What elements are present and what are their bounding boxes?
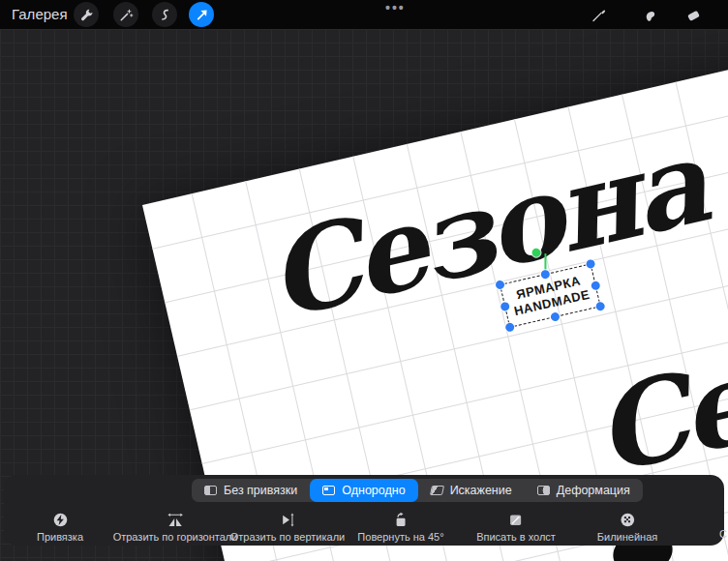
skewed-rect-icon xyxy=(430,486,444,495)
flip-horizontal-button[interactable]: Отразить по горизонтали xyxy=(113,511,238,543)
action-label: Вписать в холст xyxy=(476,531,556,543)
top-toolbar: Галерея ••• xyxy=(0,0,728,29)
flip-vertical-icon xyxy=(279,511,295,528)
eraser-icon xyxy=(685,7,702,23)
action-label: Привязка xyxy=(37,531,83,543)
brush-icon xyxy=(591,7,607,23)
flip-vertical-button[interactable]: Отразить по вертикали xyxy=(230,511,345,543)
rotate-45-icon xyxy=(392,511,409,528)
mode-label: Деформация xyxy=(557,484,630,497)
lettering-sezona-partial: Сезона xyxy=(585,280,728,490)
smudge-tool-button[interactable] xyxy=(638,3,663,26)
action-label: Билинейная xyxy=(597,531,657,543)
mode-label: Искажение xyxy=(450,484,512,497)
transform-arrow-icon xyxy=(195,8,209,22)
mode-uniform[interactable]: Однородно xyxy=(310,479,417,502)
selection-handle-mid-right[interactable] xyxy=(591,280,601,290)
lettering-sezona: Сезона xyxy=(258,125,713,336)
action-label: Повернуть на 45° xyxy=(357,531,443,543)
mode-distort[interactable]: Искажение xyxy=(418,479,525,502)
actions-wrench-button[interactable] xyxy=(74,2,99,27)
fit-canvas-button[interactable]: Вписать в холст xyxy=(476,511,556,543)
selection-handle-bottom-right[interactable] xyxy=(595,301,606,311)
mode-warp[interactable]: Деформация xyxy=(525,479,643,502)
mode-label: Однородно xyxy=(342,484,405,497)
snapping-button[interactable]: Привязка xyxy=(37,511,83,543)
bilinear-icon xyxy=(619,511,635,528)
flash-icon xyxy=(52,511,69,528)
rect-left-fill-icon xyxy=(204,486,217,495)
mode-freeform[interactable]: Без привязки xyxy=(192,479,310,502)
gallery-button[interactable]: Галерея xyxy=(12,6,68,22)
transform-mode-segmented-control: Без привязки Однородно Искажение Деформа… xyxy=(192,479,643,502)
rotate-45-button[interactable]: Повернуть на 45° xyxy=(357,511,443,543)
selection-tool-button[interactable] xyxy=(152,2,177,27)
interpolation-bilinear-button[interactable]: Билинейная xyxy=(597,511,657,543)
adjustments-wand-button[interactable] xyxy=(113,2,138,27)
flip-horizontal-icon xyxy=(167,511,185,528)
wrench-icon xyxy=(79,8,94,22)
action-label: С xyxy=(719,528,727,540)
mode-label: Без привязки xyxy=(224,484,297,497)
warp-rect-icon xyxy=(537,486,550,495)
eraser-tool-button[interactable] xyxy=(681,3,706,26)
transform-panel: Без привязки Однородно Искажение Деформа… xyxy=(4,475,724,546)
magic-wand-icon xyxy=(119,8,134,22)
action-label: Отразить по вертикали xyxy=(230,531,345,543)
rect-corner-icon xyxy=(322,486,335,495)
reset-button-truncated[interactable]: С xyxy=(719,528,727,540)
fit-canvas-icon xyxy=(508,511,525,528)
smudge-icon xyxy=(643,7,659,23)
selection-s-icon xyxy=(158,8,172,22)
action-label: Отразить по горизонтали xyxy=(113,531,238,543)
brush-tool-button[interactable] xyxy=(586,3,611,26)
transform-tool-button[interactable] xyxy=(189,2,214,27)
canvas-options-button[interactable]: ••• xyxy=(385,0,406,15)
